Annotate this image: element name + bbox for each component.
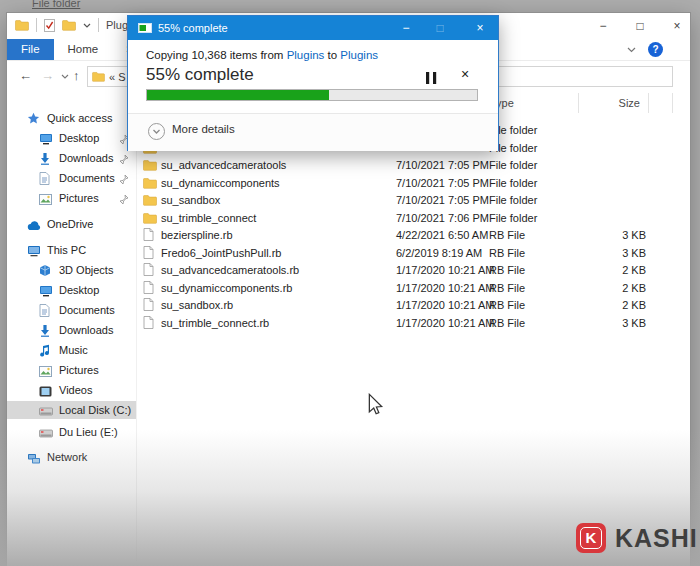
music-icon: [39, 344, 53, 357]
file-date-modified: 7/10/2021 7:06 PM: [396, 209, 489, 227]
sidebar-item-network[interactable]: Network: [7, 448, 136, 466]
copy-progress-icon: [138, 23, 152, 33]
file-icon: [143, 281, 157, 294]
back-icon[interactable]: ←: [19, 68, 32, 83]
dialog-titlebar: 55% complete − □ ×: [128, 16, 498, 40]
pause-icon[interactable]: [423, 70, 441, 86]
file-row[interactable]: su_trimble_connect7/10/2021 7:06 PMFile …: [141, 209, 673, 227]
file-type: RB File: [489, 244, 525, 262]
file-size: 3 KB: [561, 314, 646, 332]
sidebar-item-downloads[interactable]: Downloads: [7, 321, 136, 339]
collapse-ribbon-chevron-icon[interactable]: [627, 47, 636, 53]
copy-progress-dialog: 55% complete − □ × Copying 10,368 items …: [127, 15, 499, 151]
file-icon: [143, 246, 157, 259]
sidebar-item-3d-objects[interactable]: 3D Objects: [7, 261, 136, 279]
sidebar-item-local-disk-c[interactable]: Local Disk (C:): [7, 401, 136, 419]
file-date-modified: 7/10/2021 7:05 PM: [396, 191, 489, 209]
file-name: su_trimble_connect: [161, 209, 256, 227]
sidebar-item-label: Desktop: [7, 284, 99, 296]
kashi-logo-icon: K: [576, 523, 606, 553]
maximize-button[interactable]: □: [624, 13, 656, 39]
sidebar-item-label: Documents: [7, 304, 115, 316]
sidebar-item-label: 3D Objects: [7, 264, 113, 276]
more-details-toggle[interactable]: More details: [172, 123, 235, 135]
navigation-pane: Quick accessDesktopDownloadsDocumentsPic…: [7, 101, 137, 561]
file-row[interactable]: Fredo6_JointPushPull.rb6/2/2019 8:19 AMR…: [141, 244, 673, 262]
sidebar-item-label: OneDrive: [7, 218, 93, 230]
file-row[interactable]: su_advancedcameratools7/10/2021 7:05 PMF…: [141, 156, 673, 174]
progress-status-text: 55% complete: [146, 65, 254, 85]
network-icon: [27, 451, 41, 464]
qat-customize-chevron-down-icon[interactable]: [83, 23, 91, 28]
dialog-footer: More details: [128, 113, 498, 151]
sidebar-item-documents[interactable]: Documents: [7, 169, 136, 187]
dialog-maximize-button[interactable]: □: [424, 16, 456, 40]
file-type: RB File: [489, 296, 525, 314]
file-name: su_dynamiccomponents: [161, 174, 280, 192]
file-date-modified: 6/2/2019 8:19 AM: [396, 244, 482, 262]
file-date-modified: 7/10/2021 7:05 PM: [396, 156, 489, 174]
picture-icon: [39, 364, 53, 377]
file-name: su_advancedcameratools.rb: [161, 261, 299, 279]
quick-access-toolbar: Plugins: [15, 18, 142, 32]
file-date-modified: 7/10/2021 7:05 PM: [396, 174, 489, 192]
sidebar-item-label: Quick access: [7, 112, 112, 124]
column-header-size[interactable]: Size: [579, 93, 649, 113]
file-size: 2 KB: [561, 279, 646, 297]
forward-icon[interactable]: →: [41, 68, 54, 83]
help-icon[interactable]: ?: [648, 42, 663, 57]
properties-check-icon[interactable]: [44, 19, 55, 32]
file-row[interactable]: su_dynamiccomponents7/10/2021 7:05 PMFil…: [141, 174, 673, 192]
tab-home[interactable]: Home: [54, 39, 113, 60]
file-row[interactable]: bezierspline.rb4/22/2021 6:50 AMRB File3…: [141, 226, 673, 244]
file-name: Fredo6_JointPushPull.rb: [161, 244, 281, 262]
file-row[interactable]: su_sandbox7/10/2021 7:05 PMFile folder: [141, 191, 673, 209]
file-name: su_sandbox: [161, 191, 220, 209]
sidebar-item-onedrive[interactable]: OneDrive: [7, 215, 136, 233]
file-size: 3 KB: [561, 226, 646, 244]
sidebar-item-videos[interactable]: Videos: [7, 381, 136, 399]
file-row[interactable]: su_sandbox.rb1/17/2020 10:21 AMRB File2 …: [141, 296, 673, 314]
file-row[interactable]: su_trimble_connect.rb1/17/2020 10:21 AMR…: [141, 314, 673, 332]
star-icon: [27, 112, 41, 125]
more-details-chevron-down-icon[interactable]: [148, 123, 165, 140]
folder-icon: [143, 193, 157, 206]
sidebar-item-downloads[interactable]: Downloads: [7, 149, 136, 167]
file-type: File folder: [489, 174, 537, 192]
file-date-modified: 1/17/2020 10:21 AM: [396, 261, 494, 279]
file-icon: [143, 316, 157, 329]
sidebar-item-desktop[interactable]: Desktop: [7, 281, 136, 299]
progress-bar: [146, 89, 478, 101]
copy-message-connector: to: [324, 49, 340, 61]
file-type: RB File: [489, 226, 525, 244]
sidebar-item-pictures[interactable]: Pictures: [7, 361, 136, 379]
document-icon: [39, 172, 53, 185]
cancel-copy-icon[interactable]: ×: [461, 66, 469, 82]
dialog-minimize-button[interactable]: −: [390, 16, 422, 40]
disk-icon: [39, 404, 53, 417]
sidebar-item-this-pc[interactable]: This PC: [7, 241, 136, 259]
sidebar-item-music[interactable]: Music: [7, 341, 136, 359]
breadcrumb[interactable]: « S: [109, 71, 126, 83]
minimize-button[interactable]: −: [587, 13, 619, 39]
file-icon: [143, 263, 157, 276]
kashi-brand-text: KASHI: [615, 524, 698, 553]
sidebar-item-documents[interactable]: Documents: [7, 301, 136, 319]
sidebar-item-desktop[interactable]: Desktop: [7, 129, 136, 147]
close-button[interactable]: ×: [661, 13, 693, 39]
sidebar-item-quick-access[interactable]: Quick access: [7, 109, 136, 127]
up-icon[interactable]: ↑: [73, 68, 80, 83]
file-name: su_advancedcameratools: [161, 156, 286, 174]
sidebar-item-du-lieu-e[interactable]: Du Lieu (E:): [7, 423, 136, 441]
new-folder-icon[interactable]: [62, 19, 76, 31]
sidebar-item-pictures[interactable]: Pictures: [7, 189, 136, 207]
file-row[interactable]: su_advancedcameratools.rb1/17/2020 10:21…: [141, 261, 673, 279]
ribbon-right-controls: ?: [627, 42, 663, 57]
file-row[interactable]: su_dynamiccomponents.rb1/17/2020 10:21 A…: [141, 279, 673, 297]
search-input[interactable]: [471, 66, 673, 87]
recent-locations-chevron-icon[interactable]: [61, 74, 69, 79]
tab-file[interactable]: File: [7, 39, 54, 60]
dialog-close-button[interactable]: ×: [464, 16, 496, 40]
copy-message: Copying 10,368 items from Plugins to Plu…: [146, 49, 378, 61]
file-size: 3 KB: [561, 244, 646, 262]
